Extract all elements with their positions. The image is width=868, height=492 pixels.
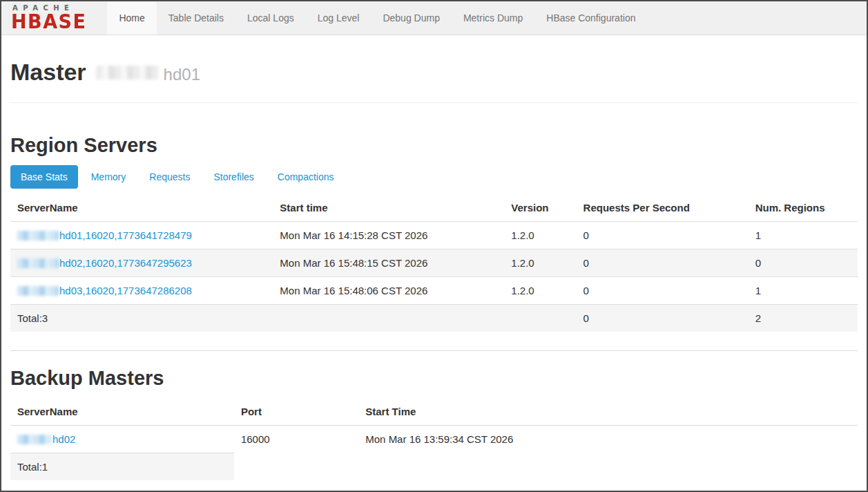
total-requests-per-second: 0 [577,304,749,332]
total-num-regions: 2 [749,304,858,332]
cell-num-regions: 0 [749,249,858,276]
redacted-host-prefix [17,231,59,240]
col-servername: ServerName [10,194,273,222]
main-nav: Home Table Details Local Logs Log Level … [107,1,647,35]
cell-port: 16000 [234,426,358,453]
col-requests-per-second: Requests Per Second [577,194,749,222]
hbase-master-window: APACHE HBASE Home Table Details Local Lo… [0,0,868,492]
col-port: Port [234,398,358,426]
region-server-link-hd03[interactable]: hd03,16020,1773647286208 [17,285,192,296]
cell-num-regions: 1 [749,221,858,249]
nav-item-hbase-configuration[interactable]: HBase Configuration [534,1,647,35]
redacted-host-prefix [17,286,59,296]
backup-masters-total-row: Total:1 [10,453,858,481]
region-server-link-hd01[interactable]: hd01,16020,1773641728479 [17,229,192,241]
nav-item-log-level[interactable]: Log Level [306,1,372,35]
nav-item-local-logs[interactable]: Local Logs [235,1,306,35]
cell-num-regions: 1 [749,276,858,304]
redacted-host-prefix [17,435,52,444]
region-servers-header-row: ServerName Start time Version Requests P… [10,194,858,222]
cell-version: 1.2.0 [504,249,576,276]
page-title: Master hd01 [10,60,858,85]
nav-item-debug-dump[interactable]: Debug Dump [371,1,452,35]
col-servername: ServerName [10,398,234,426]
cell-version: 1.2.0 [504,221,576,249]
cell-start-time: Mon Mar 16 14:15:28 CST 2026 [273,221,504,249]
nav-item-table-details[interactable]: Table Details [157,1,235,35]
nav-item-metrics-dump[interactable]: Metrics Dump [452,1,534,35]
tab-compactions[interactable]: Compactions [267,165,345,189]
section-divider [10,350,858,351]
cell-requests-per-second: 0 [577,276,749,304]
cell-start-time: Mon Mar 16 13:59:34 CST 2026 [358,426,858,453]
table-row: hd02,16020,1773647295623 Mon Mar 16 15:4… [10,249,858,276]
backup-master-link-hd02[interactable]: hd02 [17,433,75,445]
table-row: hd03,16020,1773647286208 Mon Mar 16 15:4… [10,276,858,304]
page-title-text: Master [10,60,86,85]
top-navbar: APACHE HBASE Home Table Details Local Lo… [1,1,867,35]
col-num-regions: Num. Regions [749,194,858,222]
tab-requests[interactable]: Requests [139,165,200,189]
cell-requests-per-second: 0 [577,221,749,249]
col-start-time: Start time [273,194,504,222]
region-servers-table: ServerName Start time Version Requests P… [10,194,858,332]
total-label: Total:3 [10,304,273,332]
region-servers-total-row: Total:3 0 2 [10,304,858,332]
redacted-host-prefix [17,258,59,268]
nav-item-home[interactable]: Home [107,1,156,35]
backup-masters-table: ServerName Port Start Time hd02 16000 Mo… [10,398,858,480]
page-title-host: hd01 [164,66,200,83]
region-server-link-hd02[interactable]: hd02,16020,1773647295623 [17,257,192,269]
cell-start-time: Mon Mar 16 15:48:15 CST 2026 [273,249,504,276]
hbase-logo[interactable]: APACHE HBASE [1,1,93,35]
backup-masters-heading: Backup Masters [10,368,858,390]
cell-start-time: Mon Mar 16 15:48:06 CST 2026 [273,276,504,304]
tab-memory[interactable]: Memory [81,165,137,189]
cell-requests-per-second: 0 [577,249,749,276]
region-servers-heading: Region Servers [10,135,858,157]
col-start-time: Start Time [358,398,858,426]
total-label: Total:1 [10,453,234,481]
region-servers-tabs: Base Stats Memory Requests Storefiles Co… [10,165,858,189]
table-row: hd02 16000 Mon Mar 16 13:59:34 CST 2026 [10,426,858,453]
redacted-host-prefix [96,66,158,79]
tab-storefiles[interactable]: Storefiles [203,165,264,189]
cell-version: 1.2.0 [504,276,576,304]
hbase-logo-text: HBASE [11,12,86,31]
backup-masters-header-row: ServerName Port Start Time [10,398,858,426]
table-row: hd01,16020,1773641728479 Mon Mar 16 14:1… [10,221,858,249]
col-version: Version [504,194,576,222]
title-divider [10,102,858,103]
tab-base-stats[interactable]: Base Stats [10,165,78,189]
